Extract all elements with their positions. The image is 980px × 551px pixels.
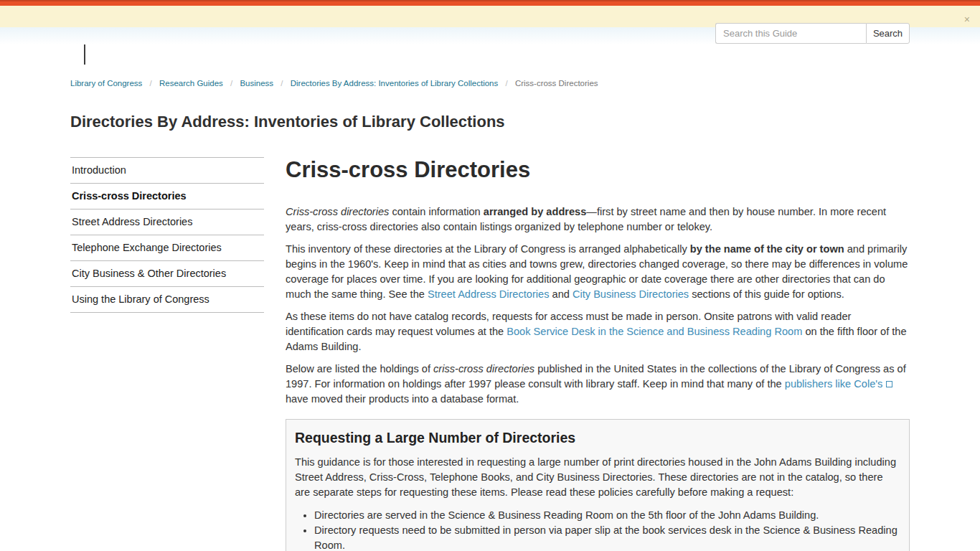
sidebar-item[interactable]: Telephone Exchange Directories	[70, 235, 264, 260]
guidance-heading: Requesting a Large Number of Directories	[295, 430, 900, 446]
sidebar-item[interactable]: Street Address Directories	[70, 209, 264, 235]
sidebar-nav: Introduction Criss-cross Directories Str…	[70, 157, 264, 313]
intro-paragraphs: Criss-cross directories contain informat…	[286, 204, 910, 407]
text-segment: have moved their products into a databas…	[286, 393, 519, 405]
text-segment: and	[549, 288, 572, 300]
inline-link[interactable]: publishers like Cole's	[785, 378, 883, 390]
top-accent-bar	[0, 0, 980, 6]
breadcrumb-link[interactable]: Library of Congress	[70, 79, 142, 88]
text-segment: arranged by address	[484, 206, 587, 217]
text-segment: sections of this guide for options.	[689, 288, 844, 300]
breadcrumb-item: Directories By Address: Inventories of L…	[291, 79, 515, 88]
text-segment: This inventory of these directories at t…	[286, 243, 690, 255]
breadcrumb-link[interactable]: Research Guides	[159, 79, 223, 88]
text-segment: This guidance is for those interested in…	[295, 456, 896, 498]
logo-placeholder	[84, 44, 85, 65]
guidance-intro: This guidance is for those interested in…	[295, 455, 900, 500]
search-button[interactable]: Search	[866, 23, 910, 44]
breadcrumb: Library of Congress / Research Guides / …	[70, 79, 910, 89]
inline-link[interactable]: Street Address Directories	[428, 288, 550, 300]
text-segment: contain information	[389, 206, 483, 217]
text-segment: by the name of the city or town	[690, 243, 844, 255]
breadcrumb-separator: /	[505, 79, 507, 88]
main-content: Criss-cross Directories Criss-cross dire…	[286, 157, 910, 551]
paragraph: Below are listed the holdings of criss-c…	[286, 362, 910, 407]
text-segment: criss-cross directories	[433, 363, 534, 375]
sidebar-item[interactable]: Introduction	[70, 157, 264, 183]
breadcrumb-link: Criss-cross Directories	[515, 79, 598, 88]
sidebar-item[interactable]: Using the Library of Congress	[70, 286, 264, 313]
paragraph: Criss-cross directories contain informat…	[286, 204, 910, 235]
breadcrumb-separator: /	[150, 79, 152, 88]
content-columns: Introduction Criss-cross Directories Str…	[70, 157, 910, 551]
breadcrumb-link[interactable]: Directories By Address: Inventories of L…	[291, 79, 499, 88]
breadcrumb-link[interactable]: Business	[240, 79, 273, 88]
guidance-list: Directories are served in the Science & …	[295, 508, 900, 551]
sidebar-item[interactable]: City Business & Other Directories	[70, 260, 264, 286]
guidance-box: Requesting a Large Number of Directories…	[286, 419, 910, 551]
text-segment: Directory requests need to be submitted …	[314, 524, 897, 551]
breadcrumb-separator: /	[281, 79, 283, 88]
guidance-bullet: Directory requests need to be submitted …	[314, 523, 900, 551]
search-input[interactable]	[715, 23, 866, 44]
breadcrumb-item: Business /	[240, 79, 290, 88]
close-icon[interactable]: ×	[964, 14, 970, 24]
page-container: Library of Congress / Research Guides / …	[70, 79, 910, 551]
paragraph: As these items do not have catalog recor…	[286, 309, 910, 354]
breadcrumb-item: Research Guides /	[159, 79, 240, 88]
text-segment: Directories are served in the Science & …	[314, 509, 819, 521]
breadcrumb-item: Criss-cross Directories /	[515, 79, 598, 88]
external-link-icon	[886, 381, 892, 387]
text-segment: Below are listed the holdings of	[286, 363, 433, 375]
page-title: Directories By Address: Inventories of L…	[70, 113, 910, 131]
paragraph: This inventory of these directories at t…	[286, 242, 910, 302]
text-segment: Criss-cross directories	[286, 206, 389, 217]
inline-link[interactable]: City Business Directories	[573, 288, 689, 300]
sidebar-item[interactable]: Criss-cross Directories	[70, 183, 264, 209]
inline-link[interactable]: Book Service Desk in the Science and Bus…	[507, 326, 802, 337]
breadcrumb-item: Library of Congress /	[70, 79, 159, 88]
section-heading: Criss-cross Directories	[286, 157, 910, 183]
guidance-bullet: Directories are served in the Science & …	[314, 508, 900, 523]
guide-search: Search	[715, 23, 910, 44]
breadcrumb-separator: /	[230, 79, 232, 88]
guide-sidebar: Introduction Criss-cross Directories Str…	[70, 157, 264, 313]
